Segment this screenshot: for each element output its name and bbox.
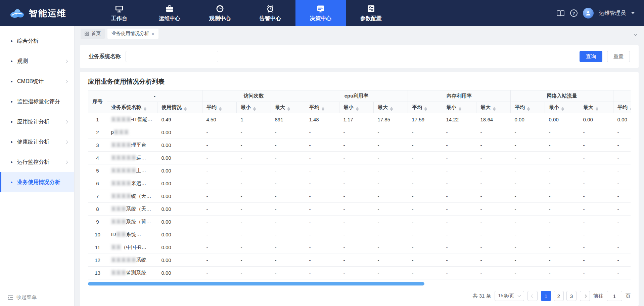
param-config-icon <box>367 4 375 13</box>
sort-icon[interactable] <box>356 107 359 111</box>
page-button-1[interactable]: 1 <box>541 291 551 301</box>
scrollbar-thumb[interactable] <box>88 282 424 285</box>
page-button-3[interactable]: 3 <box>566 291 577 301</box>
sort-icon[interactable] <box>253 107 256 111</box>
cell-value: 0.00 <box>157 164 202 177</box>
cell-value: - <box>374 177 408 190</box>
tabs-dropdown-caret-icon[interactable] <box>634 31 637 37</box>
page-button-2[interactable]: 2 <box>554 291 564 301</box>
column-header-label: 使用情况 <box>162 104 182 110</box>
nav-item-decision-center[interactable]: 决策中心 <box>295 0 346 26</box>
sidebar-item-metric-quant-score[interactable]: 监控指标量化评分 <box>0 91 74 112</box>
docs-book-icon[interactable] <box>556 10 565 17</box>
column-header[interactable]: 平均 <box>613 102 631 113</box>
next-page-button[interactable] <box>580 291 590 301</box>
sort-icon[interactable] <box>527 107 530 111</box>
cell-value: - <box>339 228 374 241</box>
sort-icon[interactable] <box>287 107 290 111</box>
cell-system-name: 某某某某某系统 <box>107 254 157 267</box>
horizontal-scrollbar[interactable] <box>88 282 631 285</box>
cell-value: - <box>271 177 305 190</box>
table-scroll-area: 序号-访问次数cpu利用率内存利用率网络入站流量业务系统名称使用情况平均最小最大… <box>88 90 631 279</box>
nav-item-ops-center[interactable]: 运维中心 <box>144 0 195 26</box>
nav-item-observe-center[interactable]: 观测中心 <box>195 0 245 26</box>
redacted-text: 某某 <box>111 244 121 250</box>
user-avatar[interactable] <box>583 8 594 18</box>
cell-value: - <box>408 126 442 139</box>
column-header[interactable]: 最大 <box>374 102 408 113</box>
cell-value: - <box>339 164 374 177</box>
column-header[interactable]: 最大 <box>579 102 613 113</box>
column-header[interactable]: 平均 <box>511 102 545 113</box>
header-actions: ? 运维管理员 <box>556 0 635 26</box>
cell-value: - <box>408 203 442 216</box>
cell-value: - <box>579 203 613 216</box>
collapse-menu-button[interactable]: 收起菜单 <box>7 294 37 301</box>
column-header[interactable]: 平均 <box>305 102 339 113</box>
sidebar-item-business-usage-analysis[interactable]: 业务使用情况分析 <box>0 172 74 192</box>
sidebar-item-app-statistics[interactable]: 应用统计分析 <box>0 112 74 132</box>
table-row: 11某某（中国-R…0.00------------- <box>88 241 631 254</box>
sort-icon[interactable] <box>561 107 564 111</box>
tab-business-usage-analysis[interactable]: 业务使用情况分析 × <box>107 29 158 39</box>
sort-icon[interactable] <box>459 107 461 111</box>
column-header-label: 业务系统名称 <box>111 104 141 110</box>
system-name-input[interactable] <box>126 51 218 62</box>
cell-value: - <box>271 126 305 139</box>
sort-icon[interactable] <box>144 107 146 111</box>
query-button[interactable]: 查询 <box>580 51 602 62</box>
sort-icon[interactable] <box>219 107 222 111</box>
sort-icon[interactable] <box>184 107 187 111</box>
nav-item-alert-center[interactable]: 告警中心 <box>245 0 295 26</box>
sort-icon[interactable] <box>322 107 324 111</box>
user-menu-caret-icon[interactable] <box>631 12 635 14</box>
cell-index: 7 <box>88 190 107 203</box>
redacted-text: 某某某某 <box>111 180 131 186</box>
reset-button[interactable]: 重置 <box>607 51 630 62</box>
column-header[interactable]: 最小 <box>442 102 476 113</box>
column-header[interactable]: 平均 <box>202 102 237 113</box>
column-header[interactable]: 平均 <box>408 102 442 113</box>
column-header[interactable]: 使用情况 <box>157 102 202 113</box>
sort-icon[interactable] <box>390 107 393 111</box>
cell-value: - <box>511 126 545 139</box>
sort-icon[interactable] <box>493 107 496 111</box>
cell-index: 10 <box>88 228 107 241</box>
column-header[interactable]: 最大 <box>271 102 305 113</box>
column-header[interactable]: 最小 <box>339 102 374 113</box>
nav-item-workbench[interactable]: 工作台 <box>94 0 144 26</box>
sidebar-item-cmdb-statistics[interactable]: CMDB统计 <box>0 71 74 91</box>
tab-home[interactable]: 首页 <box>81 29 105 39</box>
sort-desc-caret <box>596 109 598 111</box>
sort-icon[interactable] <box>424 107 427 111</box>
column-header[interactable]: 最小 <box>237 102 271 113</box>
cell-value: - <box>442 203 476 216</box>
page-size-select[interactable]: 15条/页 <box>495 291 524 301</box>
sort-icon[interactable] <box>630 107 631 111</box>
cell-index: 8 <box>88 203 107 216</box>
table-row: 8某某某系统（天…0.00------------- <box>88 203 631 216</box>
cell-value: - <box>476 216 511 228</box>
sidebar-item-runtime-monitoring[interactable]: 运行监控分析 <box>0 152 74 172</box>
help-icon[interactable]: ? <box>570 9 578 17</box>
cell-value: - <box>374 228 408 241</box>
system-name-text: 统（天… <box>131 193 151 199</box>
cell-value: - <box>305 267 339 279</box>
prev-page-button[interactable] <box>527 291 538 301</box>
system-name-text: 系统… <box>126 231 141 237</box>
user-name[interactable]: 运维管理员 <box>599 10 626 17</box>
sidebar-item-health-statistics[interactable]: 健康统计分析 <box>0 132 74 152</box>
sort-icon[interactable] <box>596 107 598 111</box>
nav-item-param-config[interactable]: 参数配置 <box>346 0 396 26</box>
column-header[interactable]: 最小 <box>545 102 579 113</box>
chevron-right-icon <box>65 120 68 123</box>
column-header[interactable]: 业务系统名称 <box>107 102 157 113</box>
sidebar-item-observation[interactable]: 观测 <box>0 51 74 71</box>
goto-page-input[interactable] <box>607 291 622 301</box>
tab-bar: 首页 业务使用情况分析 × <box>75 26 644 41</box>
workbench-icon <box>115 4 124 13</box>
close-icon[interactable]: × <box>151 31 154 36</box>
column-header[interactable]: 最大 <box>476 102 511 113</box>
sidebar-item-comprehensive-analysis[interactable]: 综合分析 <box>0 31 74 51</box>
sort-asc-caret <box>144 107 146 109</box>
